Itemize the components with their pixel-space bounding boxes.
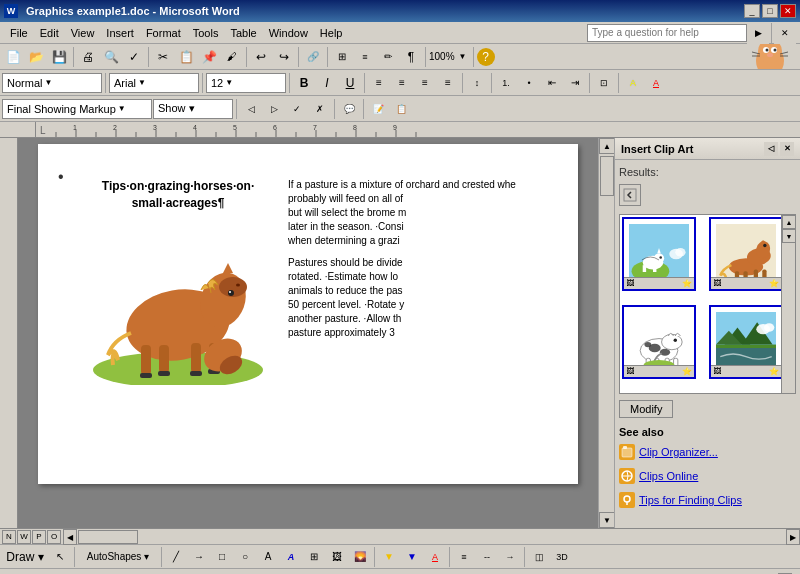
font-dropdown[interactable]: Arial ▼ <box>109 73 199 93</box>
scroll-track[interactable] <box>599 154 614 512</box>
restore-button[interactable]: □ <box>762 4 778 18</box>
zoom-dropdown-btn[interactable]: ▼ <box>456 46 470 68</box>
table-btn[interactable]: ⊞ <box>331 46 353 68</box>
clip-thumb-4[interactable]: 🖼 ⭐ <box>709 305 783 379</box>
align-left-btn[interactable]: ≡ <box>368 72 390 94</box>
show-hide-btn[interactable]: ¶ <box>400 46 422 68</box>
highlight-btn[interactable]: A <box>622 72 644 94</box>
menu-table[interactable]: Table <box>224 25 262 41</box>
minimize-button[interactable]: _ <box>744 4 760 18</box>
outline-view-btn[interactable]: O <box>47 530 61 544</box>
justify-btn[interactable]: ≡ <box>437 72 459 94</box>
menu-view[interactable]: View <box>65 25 101 41</box>
clip-thumb-1[interactable]: 🖼 ⭐ <box>622 217 696 291</box>
paste-btn[interactable]: 📌 <box>198 46 220 68</box>
comment-btn[interactable]: 💬 <box>338 98 360 120</box>
clip-art-close-btn[interactable]: ✕ <box>780 142 794 156</box>
results-scroll-down[interactable]: ▼ <box>782 229 796 243</box>
print-btn[interactable]: 🖨 <box>77 46 99 68</box>
scroll-down-btn[interactable]: ▼ <box>599 512 615 528</box>
fill-color-btn[interactable]: ▼ <box>378 546 400 568</box>
scroll-up-btn[interactable]: ▲ <box>599 138 615 154</box>
normal-view-btn[interactable]: N <box>2 530 16 544</box>
font-color-small-btn[interactable]: A <box>424 546 446 568</box>
tips-for-finding-link[interactable]: Tips for Finding Clips <box>619 490 796 510</box>
show-dropdown[interactable]: Show ▾ <box>153 99 233 119</box>
clipart-small-btn[interactable]: 🖼 <box>326 546 348 568</box>
rectangle-btn[interactable]: □ <box>211 546 233 568</box>
menu-insert[interactable]: Insert <box>100 25 140 41</box>
draw-menu-btn[interactable]: Draw ▾ <box>2 546 48 568</box>
back-btn[interactable] <box>619 184 641 206</box>
vertical-scrollbar[interactable]: ▲ ▼ <box>598 138 614 528</box>
new-btn[interactable]: 📄 <box>2 46 24 68</box>
help-arrow-btn[interactable]: ▶ <box>747 22 769 44</box>
clip-results-area[interactable]: 🖼 ⭐ <box>619 214 796 394</box>
print-view-btn[interactable]: P <box>32 530 46 544</box>
help-btn[interactable]: ? <box>477 48 495 66</box>
shadow-btn[interactable]: ◫ <box>528 546 550 568</box>
cut-btn[interactable]: ✂ <box>152 46 174 68</box>
select-objects-btn[interactable]: ↖ <box>49 546 71 568</box>
increase-indent-btn[interactable]: ⇥ <box>564 72 586 94</box>
track-changes-btn[interactable]: 📝 <box>367 98 389 120</box>
line-color-btn[interactable]: ▼ <box>401 546 423 568</box>
results-scrollbar[interactable]: ▲ ▼ <box>781 215 795 393</box>
menu-window[interactable]: Window <box>263 25 314 41</box>
clip-thumb-3[interactable]: 🖼 ⭐ <box>622 305 696 379</box>
reviewing-pane-btn[interactable]: 📋 <box>390 98 412 120</box>
h-scroll-track[interactable] <box>77 529 786 544</box>
close-panel-btn[interactable]: ✕ <box>774 22 796 44</box>
format-painter-btn[interactable]: 🖌 <box>221 46 243 68</box>
dash-style-btn[interactable]: -- <box>476 546 498 568</box>
redo-btn[interactable]: ↪ <box>273 46 295 68</box>
autoshapes-btn[interactable]: AutoShapes ▾ <box>78 546 158 568</box>
align-center-btn[interactable]: ≡ <box>391 72 413 94</box>
line-btn[interactable]: ╱ <box>165 546 187 568</box>
text-box-btn[interactable]: A <box>257 546 279 568</box>
hyperlink-btn[interactable]: 🔗 <box>302 46 324 68</box>
prev-change-btn[interactable]: ◁ <box>240 98 262 120</box>
diagram-btn[interactable]: ⊞ <box>303 546 325 568</box>
reject-change-btn[interactable]: ✗ <box>309 98 331 120</box>
undo-btn[interactable]: ↩ <box>250 46 272 68</box>
doc-scroll-area[interactable]: • Tips·on·grazing·horses·on·small·acreag… <box>18 138 598 528</box>
image-btn[interactable]: 🌄 <box>349 546 371 568</box>
h-scroll-thumb[interactable] <box>78 530 138 544</box>
clip-art-move-btn[interactable]: ◁ <box>764 142 778 156</box>
outside-border-btn[interactable]: ⊡ <box>593 72 615 94</box>
decrease-indent-btn[interactable]: ⇤ <box>541 72 563 94</box>
bold-btn[interactable]: B <box>293 72 315 94</box>
close-button[interactable]: ✕ <box>780 4 796 18</box>
web-view-btn[interactable]: W <box>17 530 31 544</box>
h-scroll-right-btn[interactable]: ▶ <box>786 529 800 545</box>
copy-btn[interactable]: 📋 <box>175 46 197 68</box>
print-preview-btn[interactable]: 🔍 <box>100 46 122 68</box>
numbering-btn[interactable]: 1. <box>495 72 517 94</box>
menu-help[interactable]: Help <box>314 25 349 41</box>
align-right-btn[interactable]: ≡ <box>414 72 436 94</box>
drawing-btn[interactable]: ✏ <box>377 46 399 68</box>
next-change-btn[interactable]: ▷ <box>263 98 285 120</box>
clip-organizer-link[interactable]: Clip Organizer... <box>619 442 796 462</box>
columns-btn[interactable]: ≡ <box>354 46 376 68</box>
oval-btn[interactable]: ○ <box>234 546 256 568</box>
open-btn[interactable]: 📂 <box>25 46 47 68</box>
wordart-btn[interactable]: A <box>280 546 302 568</box>
modify-button[interactable]: Modify <box>619 400 673 418</box>
clip-thumb-2[interactable]: 🖼 ⭐ <box>709 217 783 291</box>
h-scroll-left-btn[interactable]: ◀ <box>63 529 77 545</box>
arrow-btn[interactable]: → <box>188 546 210 568</box>
size-dropdown[interactable]: 12 ▼ <box>206 73 286 93</box>
clips-online-link[interactable]: Clips Online <box>619 466 796 486</box>
font-color-btn[interactable]: A <box>645 72 667 94</box>
help-search-input[interactable] <box>587 24 747 42</box>
scroll-thumb[interactable] <box>600 156 614 196</box>
3d-btn[interactable]: 3D <box>551 546 573 568</box>
markup-dropdown[interactable]: Final Showing Markup ▼ <box>2 99 152 119</box>
results-scroll-up[interactable]: ▲ <box>782 215 796 229</box>
style-dropdown[interactable]: Normal ▼ <box>2 73 102 93</box>
line-style-btn[interactable]: ≡ <box>453 546 475 568</box>
accept-change-btn[interactable]: ✓ <box>286 98 308 120</box>
save-btn[interactable]: 💾 <box>48 46 70 68</box>
